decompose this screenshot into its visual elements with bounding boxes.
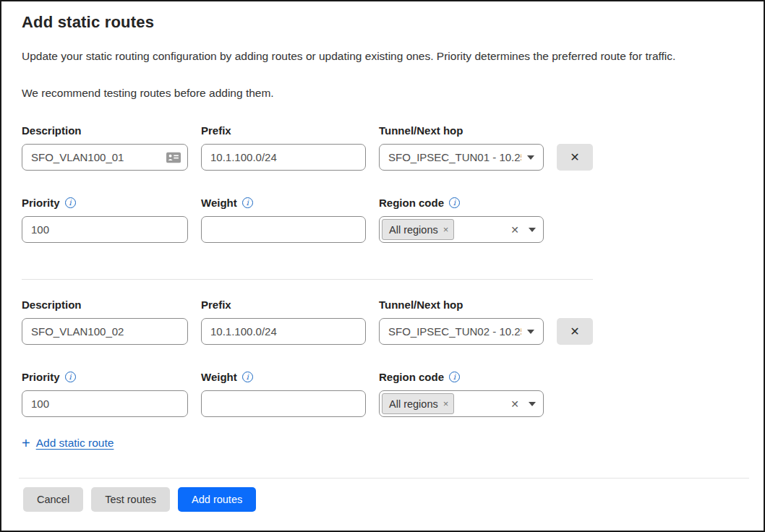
tunnel-next-hop-label: Tunnel/Next hop	[379, 297, 544, 312]
prefix-input[interactable]	[201, 318, 366, 345]
tunnel-next-hop-label: Tunnel/Next hop	[379, 123, 544, 138]
route-1-secondary-row: Priority i Weight i Region code i	[22, 195, 743, 243]
info-icon[interactable]: i	[449, 197, 460, 208]
prefix-label: Prefix	[201, 123, 366, 138]
description-field-group: Description	[22, 123, 188, 171]
dialog-footer: Cancel Test routes Add routes	[19, 478, 749, 531]
region-chip-label: All regions	[389, 398, 438, 410]
chevron-down-icon	[527, 155, 534, 160]
route-1-main-row: Description Prefix	[22, 123, 743, 171]
region-code-label: Region code i	[379, 369, 544, 385]
info-icon[interactable]: i	[242, 197, 253, 208]
route-2-secondary-row: Priority i Weight i Region code i	[22, 369, 743, 417]
priority-label: Priority i	[22, 369, 188, 385]
priority-field-group: Priority i	[22, 369, 188, 417]
description-input[interactable]	[22, 144, 188, 171]
weight-label: Weight i	[201, 195, 366, 210]
clear-selection-icon[interactable]: ✕	[510, 224, 519, 236]
cancel-button[interactable]: Cancel	[23, 487, 83, 512]
region-code-multiselect[interactable]: All regions × ✕	[379, 216, 544, 243]
priority-label: Priority i	[22, 195, 188, 210]
region-code-multiselect[interactable]: All regions × ✕	[379, 390, 544, 417]
tunnel-field-group: Tunnel/Next hop SFO_IPSEC_TUN02 - 10.25.…	[379, 297, 544, 345]
chip-remove-icon[interactable]: ×	[443, 224, 449, 235]
description-input[interactable]	[22, 318, 188, 345]
description-label: Description	[22, 123, 188, 138]
test-routes-button[interactable]: Test routes	[91, 487, 170, 512]
remove-route-button[interactable]: ✕	[557, 318, 593, 345]
prefix-input[interactable]	[201, 144, 366, 171]
chevron-down-icon	[527, 330, 534, 334]
weight-input[interactable]	[201, 390, 366, 417]
info-icon[interactable]: i	[65, 197, 76, 208]
tunnel-field-group: Tunnel/Next hop SFO_IPSEC_TUN01 - 10.25.…	[379, 123, 544, 171]
region-code-field-group: Region code i All regions × ✕	[379, 369, 544, 417]
add-static-route-label: Add static route	[36, 437, 114, 450]
dialog-intro-text: Update your static routing configuration…	[22, 48, 743, 64]
prefix-field-group: Prefix	[201, 123, 366, 171]
chip-remove-icon[interactable]: ×	[443, 398, 449, 409]
tunnel-selected-value: SFO_IPSEC_TUN01 - 10.25...	[388, 151, 521, 163]
description-label: Description	[22, 297, 188, 312]
weight-input[interactable]	[201, 216, 366, 243]
weight-label: Weight i	[201, 369, 366, 385]
info-icon[interactable]: i	[449, 372, 460, 382]
tunnel-next-hop-select[interactable]: SFO_IPSEC_TUN01 - 10.25...	[379, 144, 544, 171]
tunnel-next-hop-select[interactable]: SFO_IPSEC_TUN02 - 10.25...	[379, 318, 544, 345]
plus-icon: +	[22, 436, 30, 450]
chevron-down-icon	[529, 402, 536, 406]
tunnel-selected-value: SFO_IPSEC_TUN02 - 10.25...	[388, 325, 521, 338]
region-code-label: Region code i	[379, 195, 544, 210]
region-chip-label: All regions	[389, 224, 438, 236]
page-title: Add static routes	[22, 12, 743, 33]
route-2-main-row: Description Prefix Tunnel/Next hop SFO_I…	[22, 297, 743, 345]
route-divider	[22, 279, 593, 280]
clear-selection-icon[interactable]: ✕	[510, 398, 519, 410]
chevron-down-icon	[529, 228, 536, 232]
region-chip: All regions ×	[382, 219, 454, 240]
route-entry-1: Description Prefix	[22, 123, 743, 243]
priority-input[interactable]	[22, 216, 188, 243]
prefix-field-group: Prefix	[201, 297, 366, 345]
priority-input[interactable]	[22, 390, 188, 417]
info-icon[interactable]: i	[65, 372, 76, 382]
priority-field-group: Priority i	[22, 195, 188, 243]
dialog-note-text: We recommend testing routes before addin…	[22, 85, 743, 100]
weight-field-group: Weight i	[201, 195, 366, 243]
add-routes-button[interactable]: Add routes	[178, 487, 256, 512]
route-entry-2: Description Prefix Tunnel/Next hop SFO_I…	[22, 297, 743, 417]
weight-field-group: Weight i	[201, 369, 366, 417]
region-code-field-group: Region code i All regions × ✕	[379, 195, 544, 243]
region-chip: All regions ×	[382, 393, 454, 414]
info-icon[interactable]: i	[242, 372, 253, 382]
remove-route-button[interactable]: ✕	[557, 144, 593, 171]
add-static-routes-dialog: Add static routes Update your static rou…	[0, 0, 765, 532]
add-static-route-link[interactable]: + Add static route	[22, 436, 114, 450]
contact-card-icon[interactable]	[166, 152, 181, 163]
description-field-group: Description	[22, 297, 188, 345]
prefix-label: Prefix	[201, 297, 366, 312]
